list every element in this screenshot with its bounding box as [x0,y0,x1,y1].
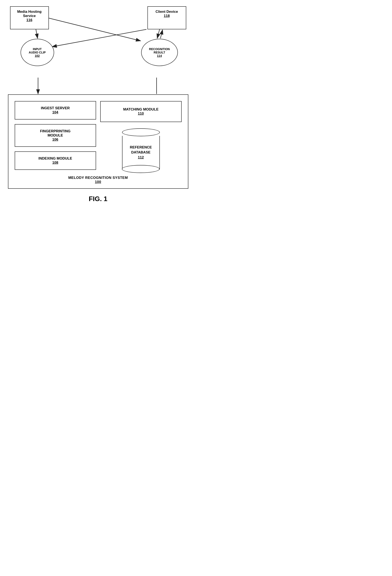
ingest-server-box: INGEST SERVER 104 [15,101,96,119]
svg-line-3 [48,18,141,41]
figure-label: FIG. 1 [89,195,107,203]
system-box: INGEST SERVER 104 FINGERPRINTING MODULE … [8,94,188,189]
ref-db-number: 112 [130,155,152,160]
media-hosting-box: Media Hosting Service 116 [10,6,49,29]
svg-line-4 [52,29,146,47]
cylinder-body: REFERENCE DATABASE 112 [122,136,160,170]
indexing-module-number: 108 [18,161,92,165]
reference-database-cylinder: REFERENCE DATABASE 112 [100,128,182,170]
ref-db-line2: DATABASE [130,150,152,155]
recognition-result-ellipse: RECOGNITION RESULT 114 [141,39,178,66]
right-column: MATCHING MODULE 110 REFERENCE DATABASE 1… [100,101,182,170]
top-section: Media Hosting Service 116 Client Device … [8,6,188,78]
media-hosting-label: Media Hosting Service [14,10,45,18]
matching-module-label: MATCHING MODULE [104,107,178,112]
fingerprinting-line1: FINGERPRINTING [18,129,92,133]
system-name: MELODY RECOGNITION SYSTEM [15,176,182,180]
cylinder: REFERENCE DATABASE 112 [122,128,160,170]
diagram: Media Hosting Service 116 Client Device … [8,6,188,189]
ref-db-line1: REFERENCE [130,145,152,150]
input-audio-clip-ellipse: INPUT AUDIO CLIP 102 [21,39,54,66]
input-audio-line2: AUDIO CLIP [29,51,46,54]
system-label: MELODY RECOGNITION SYSTEM 100 [15,176,182,184]
media-hosting-number: 116 [14,18,45,22]
matching-module-box: MATCHING MODULE 110 [100,101,182,122]
ingest-server-label: INGEST SERVER [18,106,92,110]
cylinder-bottom [122,165,160,173]
matching-module-number: 110 [104,112,178,116]
recognition-line1: RECOGNITION [149,47,170,51]
fingerprinting-module-box: FINGERPRINTING MODULE 106 [15,124,96,147]
input-audio-number: 102 [35,54,40,58]
fingerprinting-line2: MODULE [18,133,92,138]
client-device-number: 118 [152,14,182,18]
recognition-number: 114 [157,54,162,58]
fingerprinting-number: 106 [18,138,92,142]
indexing-module-label: INDEXING MODULE [18,156,92,161]
input-audio-line1: INPUT [33,47,42,51]
client-device-label: Client Device [152,10,182,14]
indexing-module-box: INDEXING MODULE 108 [15,151,96,170]
system-number: 100 [15,180,182,184]
recognition-line2: RESULT [154,51,165,54]
cylinder-label: REFERENCE DATABASE 112 [130,145,152,160]
svg-line-2 [36,29,37,38]
system-inner: INGEST SERVER 104 FINGERPRINTING MODULE … [15,101,182,170]
svg-line-5 [157,29,159,38]
svg-line-6 [160,30,162,38]
client-device-box: Client Device 118 [148,6,186,29]
connector-svg [8,78,188,94]
ingest-server-number: 104 [18,110,92,115]
cylinder-top [122,128,160,136]
left-column: INGEST SERVER 104 FINGERPRINTING MODULE … [15,101,96,170]
